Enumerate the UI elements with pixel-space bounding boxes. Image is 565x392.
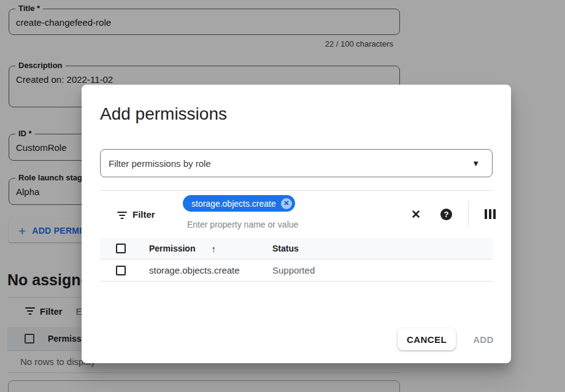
filter-icon (117, 212, 128, 220)
permissions-table: Permission ↑ Status storage.objects.crea… (100, 238, 493, 282)
add-permissions-dialog: Add permissions Filter permissions by ro… (82, 85, 511, 363)
column-permission[interactable]: Permission (149, 244, 195, 253)
row-permission: storage.objects.create (149, 265, 272, 275)
sort-ascending-icon[interactable]: ↑ (211, 244, 216, 254)
add-button[interactable]: ADD (465, 328, 502, 350)
row-checkbox[interactable] (116, 266, 126, 275)
help-icon[interactable]: ? (440, 209, 452, 220)
permissions-table-header: Permission ↑ Status (100, 238, 493, 259)
filter-input-placeholder[interactable]: Enter property name or value (187, 220, 298, 229)
select-all-checkbox[interactable] (116, 244, 126, 253)
filter-chip-text: storage.objects.create (191, 199, 276, 209)
column-display-icon[interactable] (485, 209, 496, 219)
filter-chip[interactable]: storage.objects.create ✕ (183, 195, 295, 212)
dropdown-value: Filter permissions by role (109, 158, 472, 169)
filter-label: Filter (133, 209, 155, 220)
chevron-down-icon: ▼ (472, 159, 480, 168)
table-row[interactable]: storage.objects.create Supported (100, 259, 493, 282)
toolbar-divider (468, 201, 469, 227)
column-status[interactable]: Status (272, 244, 299, 253)
cancel-button[interactable]: CANCEL (398, 328, 456, 350)
permissions-filter-toolbar: Filter storage.objects.create ✕ Enter pr… (100, 190, 493, 237)
dialog-title: Add permissions (100, 104, 227, 124)
chip-close-icon[interactable]: ✕ (281, 198, 292, 209)
clear-filters-icon[interactable]: ✕ (409, 207, 423, 221)
row-status: Supported (272, 265, 315, 275)
filter-permissions-by-role-dropdown[interactable]: Filter permissions by role ▼ (100, 149, 493, 177)
